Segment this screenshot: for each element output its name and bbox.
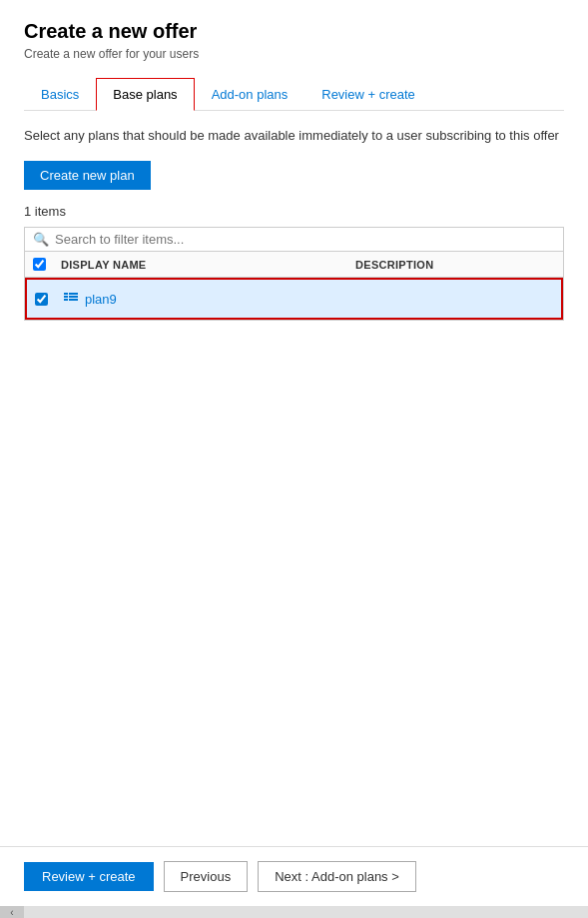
col-header-display-name: DISPLAY NAME (61, 259, 355, 271)
search-icon: 🔍 (33, 232, 49, 247)
footer-bar: Review + create Previous Next : Add-on p… (0, 846, 588, 906)
table-container: DISPLAY NAME DESCRIPTION (24, 252, 564, 321)
scroll-left-arrow[interactable]: ‹ (0, 906, 24, 918)
footer-review-create-button[interactable]: Review + create (24, 862, 154, 891)
bottom-scrollbar: ‹ (0, 906, 588, 918)
row-checkbox[interactable] (35, 293, 48, 306)
svg-rect-3 (69, 293, 78, 295)
col-header-description: DESCRIPTION (355, 259, 555, 271)
row-checkbox-container[interactable] (35, 293, 63, 306)
tab-basics[interactable]: Basics (24, 78, 96, 111)
create-new-plan-button[interactable]: Create new plan (24, 161, 151, 190)
svg-rect-4 (69, 296, 78, 298)
select-all-checkbox-container[interactable] (33, 258, 61, 271)
row-display-name[interactable]: plan9 (85, 292, 353, 307)
svg-rect-0 (64, 293, 68, 295)
svg-rect-1 (64, 296, 68, 298)
page-wrapper: Create a new offer Create a new offer fo… (0, 0, 588, 918)
tab-base-plans[interactable]: Base plans (96, 78, 194, 111)
select-all-checkbox[interactable] (33, 258, 46, 271)
section-description: Select any plans that should be made ava… (24, 127, 564, 145)
tabs-bar: Basics Base plans Add-on plans Review + … (24, 77, 564, 111)
main-content: Create a new offer Create a new offer fo… (0, 0, 588, 846)
page-title: Create a new offer (24, 20, 564, 43)
items-count: 1 items (24, 204, 564, 219)
page-subtitle: Create a new offer for your users (24, 47, 564, 61)
svg-rect-5 (69, 299, 78, 301)
footer-previous-button[interactable]: Previous (164, 861, 249, 892)
svg-rect-2 (64, 299, 68, 301)
table-header: DISPLAY NAME DESCRIPTION (25, 252, 563, 278)
search-bar: 🔍 (24, 227, 564, 252)
footer-next-button[interactable]: Next : Add-on plans > (258, 861, 416, 892)
tab-add-on-plans[interactable]: Add-on plans (195, 78, 305, 111)
plan-icon (63, 291, 79, 307)
search-input[interactable] (55, 232, 555, 247)
table-row: plan9 (25, 278, 563, 320)
tab-review-create[interactable]: Review + create (304, 78, 432, 111)
